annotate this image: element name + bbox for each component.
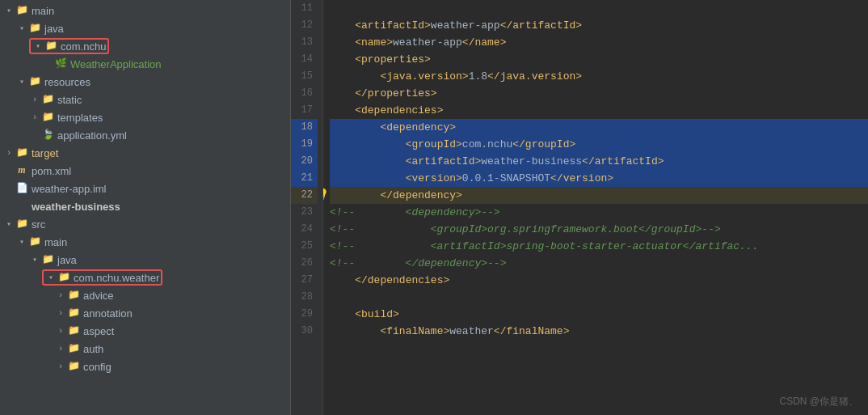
code-line-25: <!-- <artifactId>spring-boot-starter-act… (330, 238, 868, 255)
tree-item-advice[interactable]: › 📁 advice (0, 286, 290, 304)
code-line-18: <dependency> (330, 119, 868, 136)
tree-item-templates[interactable]: › 📁 templates (0, 108, 290, 126)
folder-icon-static: 📁 (40, 93, 55, 106)
folder-icon-src2: 📁 (15, 218, 29, 231)
hint-bulb-icon: 💡 (323, 187, 329, 204)
code-line-12: <artifactId>weather-app</artifactId> (330, 17, 868, 34)
code-text-21: <version>0.0.1-SNAPSHOT</version> (330, 170, 613, 187)
code-text-28 (330, 289, 336, 306)
folder-icon-java2: 📁 (40, 253, 55, 266)
tree-item-target[interactable]: › 📁 target (0, 144, 290, 162)
code-text-12: <artifactId>weather-app</artifactId> (330, 17, 582, 34)
code-line-22: 💡 </dependency> (330, 187, 868, 204)
code-content: 11 12 13 14 15 16 17 18 19 20 21 22 23 2… (291, 0, 868, 415)
tree-item-application-yml[interactable]: 🍃 application.yml (0, 126, 290, 144)
folder-icon-target: 📁 (15, 146, 29, 159)
tree-item-main2[interactable]: ▾ 📁 main (0, 233, 290, 251)
folder-icon-resources: 📁 (27, 75, 42, 88)
code-text-23: <!-- <dependency>--> (330, 204, 500, 221)
tree-item-main1[interactable]: ▾ 📁 main (0, 2, 290, 19)
code-line-23: <!-- <dependency>--> (330, 204, 868, 221)
line-num-11: 11 (291, 0, 318, 17)
line-num-20: 20 (291, 153, 318, 170)
code-text-27: </dependencies> (330, 272, 449, 289)
code-line-17: <dependencies> (330, 102, 868, 119)
code-text-26: <!-- </dependency>--> (330, 255, 506, 272)
arrow-config: › (55, 362, 66, 371)
arrow-main1: ▾ (3, 6, 15, 15)
tree-item-java2[interactable]: ▾ 📁 java (0, 251, 290, 269)
tree-item-config[interactable]: › 📁 config (0, 358, 290, 375)
folder-icon-advice: 📁 (66, 289, 81, 302)
line-num-19: 19 (291, 136, 318, 153)
line-num-21: 21 (291, 170, 318, 187)
line-num-18: 18 (291, 119, 318, 136)
line-num-28: 28 (291, 289, 318, 306)
code-line-16: </properties> (330, 85, 868, 102)
label-advice: advice (83, 290, 114, 302)
tree-item-weather-business[interactable]: weather-business (0, 197, 290, 215)
arrow-advice: › (55, 290, 66, 300)
maven-icon-pom: m (15, 164, 29, 177)
code-text-14: <properties> (330, 51, 431, 68)
folder-icon-templates: 📁 (40, 111, 55, 124)
line-num-24: 24 (291, 221, 318, 238)
label-application-yml: application.yml (57, 129, 127, 142)
label-weather-business: weather-business (32, 201, 120, 213)
code-text-29: <build> (330, 306, 399, 323)
code-line-24: <!-- <groupId>org.springframework.boot</… (330, 221, 868, 238)
arrow-src2: ▾ (3, 219, 15, 229)
arrow-aspect: › (55, 326, 66, 336)
line-num-23: 23 (291, 204, 318, 221)
arrow-java2: ▾ (29, 255, 40, 265)
label-java2: java (57, 254, 77, 266)
code-line-21: <version>0.0.1-SNAPSHOT</version> (330, 170, 868, 187)
label-templates: templates (57, 112, 103, 124)
label-main2: main (44, 236, 67, 248)
line-num-26: 26 (291, 255, 318, 272)
arrow-auth: › (55, 344, 66, 354)
folder-icon-aspect: 📁 (66, 324, 81, 337)
code-line-13: <name>weather-app</name> (330, 34, 868, 51)
line-num-29: 29 (291, 306, 318, 323)
tree-item-com-nchu-weather[interactable]: ▾ 📁 com.nchu.weather (0, 269, 290, 286)
code-editor: 11 12 13 14 15 16 17 18 19 20 21 22 23 2… (291, 0, 868, 415)
code-text-16: </properties> (330, 85, 437, 102)
arrow-main2: ▾ (16, 237, 27, 247)
tree-item-aspect[interactable]: › 📁 aspect (0, 322, 290, 340)
label-target: target (32, 147, 58, 159)
tree-item-src2[interactable]: ▾ 📁 src (0, 215, 290, 233)
tree-item-annotation[interactable]: › 📁 annotation (0, 304, 290, 322)
tree-item-resources[interactable]: ▾ 📁 resources (0, 73, 290, 91)
folder-icon-main1: 📁 (15, 4, 29, 17)
folder-icon-com-nchu-weather: 📁 (57, 271, 71, 284)
code-line-15: <java.version>1.8</java.version> (330, 68, 868, 85)
tree-item-weather-app-iml[interactable]: 📄 weather-app.iml (0, 180, 290, 197)
label-aspect: aspect (83, 325, 114, 337)
folder-icon-config: 📁 (66, 360, 81, 373)
code-line-30: <finalName>weather</finalName> (330, 323, 868, 340)
code-line-26: <!-- </dependency>--> (330, 255, 868, 272)
line-numbers: 11 12 13 14 15 16 17 18 19 20 21 22 23 2… (291, 0, 323, 415)
code-line-29: <build> (330, 306, 868, 323)
arrow-com-nchu-weather: ▾ (45, 273, 57, 282)
line-num-27: 27 (291, 272, 318, 289)
arrow-templates: › (29, 112, 40, 122)
line-num-16: 16 (291, 85, 318, 102)
tree-item-pom-xml[interactable]: m pom.xml (0, 162, 290, 180)
code-line-14: <properties> (330, 51, 868, 68)
tree-item-weatherapp[interactable]: 🌿 WeatherApplication (0, 55, 290, 73)
code-text-22: </dependency> (330, 187, 462, 204)
tree-item-com-nchu[interactable]: ▾ 📁 com.nchu (0, 37, 290, 55)
folder-icon-annotation: 📁 (66, 307, 81, 320)
tree-item-static[interactable]: › 📁 static (0, 91, 290, 108)
tree-item-auth[interactable]: › 📁 auth (0, 340, 290, 358)
line-num-15: 15 (291, 68, 318, 85)
watermark: CSDN @你是猪、 (779, 395, 858, 409)
code-text-13: <name>weather-app</name> (330, 34, 506, 51)
code-line-11 (330, 0, 868, 17)
label-src2: src (32, 218, 45, 231)
file-tree[interactable]: ▾ 📁 main ▾ 📁 java ▾ 📁 com.nchu 🌿 Weather… (0, 0, 291, 415)
folder-icon-main2: 📁 (27, 235, 42, 248)
tree-item-java1[interactable]: ▾ 📁 java (0, 19, 290, 37)
